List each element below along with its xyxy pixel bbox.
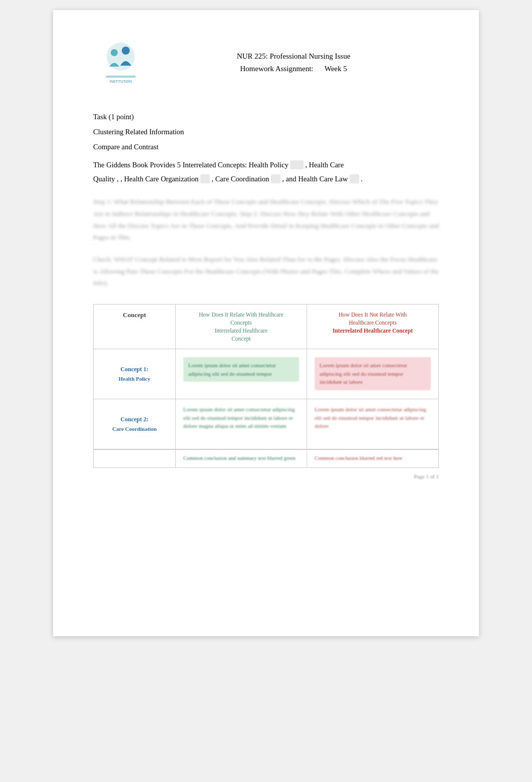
concept-cell-2: Concept 2: Care Coordination [94,399,176,449]
blurred-para-1: Step 1: What Relationship Between Each o… [93,196,439,243]
col1-header: Concept [94,305,176,349]
row1-col2: Lorem ipsum dolor sit amet consectetur a… [176,349,307,399]
intro-text-1: The Giddens Book Provides 5 Interrelated… [93,161,289,169]
course-title: NUR 225: Professional Nursing Issue [148,50,439,63]
compare-label: Compare and Contrast [93,140,439,153]
page-content: Task (1 point) Clustering Related Inform… [93,110,439,482]
health-policy-highlight [290,160,303,169]
page-header: INSTITUTION NUR 225: Professional Nursin… [93,40,439,85]
row2-col2: Lorem ipsum dolor sit amet consectetur a… [176,399,307,449]
concept-1-name: Health Policy [119,375,150,383]
footer-cell-1 [94,450,176,467]
header-text: NUR 225: Professional Nursing Issue Home… [148,50,439,76]
intro-comma1: , [117,175,119,183]
footer-cell-3: Common conclusion blurred red text here [307,450,438,467]
intro-text-5: , Care Coordination [211,175,269,183]
svg-point-2 [122,47,130,55]
svg-rect-3 [106,76,136,78]
row1-red-content: Lorem ipsum dolor sit amet consectetur a… [315,357,431,390]
row1-green-content: Lorem ipsum dolor sit amet consectetur a… [183,357,299,382]
intro-text-7: . [361,175,363,183]
concept-2-name: Care Coordination [112,425,157,433]
concept-cell-1: Concept 1: Health Policy [94,349,176,399]
table-row: Concept 2: Care Coordination Lorem ipsum… [94,399,438,449]
concept-2-label: Concept 2: [121,415,149,424]
blurred-para-2: Check: WHAT Concept Related Is Most Repo… [93,253,439,289]
col2-header: How Does It Relate With HealthcareConcep… [176,305,307,349]
document-page: INSTITUTION NUR 225: Professional Nursin… [53,10,479,636]
footer-cell-2: Common conclusion and summary text blurr… [176,450,307,467]
comparison-table: Concept How Does It Relate With Healthca… [93,304,439,468]
intro-text-4: , Health Care Organization [120,175,198,183]
col3-header: How Does It Not Relate WithHealthcare Co… [307,305,438,349]
table-header-row: Concept How Does It Relate With Healthca… [94,305,438,349]
row2-col3: Lorem ipsum dolor sit amet consectetur a… [307,399,438,449]
row1-col3: Lorem ipsum dolor sit amet consectetur a… [307,349,438,399]
logo: INSTITUTION [93,40,148,85]
row2-green-content: Lorem ipsum dolor sit amet consectetur a… [183,405,299,430]
clustering-label: Clustering Related Information [93,125,439,138]
org-highlight [200,174,210,183]
page-number: Page 1 of 1 [93,472,439,482]
intro-text-2: , Health Care [305,161,344,169]
intro-paragraph: The Giddens Book Provides 5 Interrelated… [93,158,439,186]
row2-red-content: Lorem ipsum dolor sit amet consectetur a… [315,405,431,430]
intro-text-6: , and Health Care Law [282,175,348,183]
law-highlight [350,174,359,183]
svg-text:INSTITUTION: INSTITUTION [110,80,132,83]
task-label: Task (1 point) [93,110,439,123]
week-label: Week 5 [325,65,347,73]
intro-text-3: Quality [93,175,115,183]
concept-1-label: Concept 1: [121,365,149,374]
table-row: Concept 1: Health Policy Lorem ipsum dol… [94,349,438,399]
assignment-line: Homework Assignment: Week 5 [148,63,439,76]
assignment-label: Homework Assignment: [240,65,313,73]
svg-point-1 [111,49,118,56]
table-footer-row: Common conclusion and summary text blurr… [94,449,438,467]
coord-highlight [271,174,281,183]
